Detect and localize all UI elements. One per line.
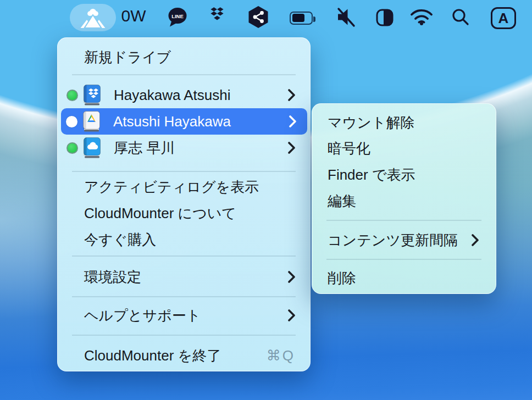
menu-item-activity-log[interactable]: アクティビティログを表示 — [62, 174, 306, 200]
cloudmounter-icon — [80, 7, 106, 28]
submenu-item-content-refresh-interval[interactable]: コンテンツ更新間隔 — [316, 227, 492, 253]
submenu-item-label: コンテンツ更新間隔 — [328, 231, 458, 250]
unmounted-indicator — [66, 116, 77, 127]
menu-item-drive-onedrive[interactable]: 厚志 早川 — [62, 135, 306, 161]
chevron-right-icon — [288, 271, 295, 283]
chevron-right-icon — [472, 234, 479, 246]
line-icon: LINE — [167, 6, 189, 28]
mounted-indicator — [66, 142, 78, 154]
menu-item-quit[interactable]: CloudMounter を終了 ⌘Q — [62, 342, 306, 369]
chevron-right-icon — [288, 89, 295, 101]
spotlight-menubar-button[interactable] — [451, 7, 470, 27]
keyboard-shortcut: ⌘Q — [267, 347, 295, 364]
submenu-item-encrypt[interactable]: 暗号化 — [316, 135, 492, 162]
menu-item-new-drive[interactable]: 新規ドライブ — [62, 44, 306, 70]
menu-item-preferences[interactable]: 環境設定 — [62, 264, 306, 290]
separator — [72, 296, 296, 297]
drive-submenu: マウント解除 暗号化 Finder で表示 編集 コンテンツ更新間隔 削除 — [312, 103, 496, 294]
mounted-indicator — [66, 90, 78, 101]
volume-muted-icon — [335, 5, 358, 29]
menu-item-label: CloudMounter について — [84, 204, 236, 223]
separator — [72, 255, 296, 257]
menu-item-help-support[interactable]: ヘルプとサポート — [62, 302, 306, 329]
hexagon-share-icon — [247, 5, 269, 29]
separator — [72, 74, 296, 75]
menu-bar: 0W LINE — [0, 0, 532, 32]
wifi-menubar-button[interactable] — [409, 7, 434, 26]
sound-menubar-button[interactable] — [335, 5, 358, 29]
cloudmounter-menubar-button[interactable] — [70, 4, 116, 31]
submenu-item-label: Finder で表示 — [328, 165, 415, 185]
submenu-item-delete[interactable]: 削除 — [316, 265, 492, 291]
input-source-menubar-button[interactable]: A — [491, 7, 516, 29]
power-watts-status[interactable]: 0W — [117, 0, 150, 32]
dropbox-menubar-button[interactable] — [204, 7, 230, 25]
wifi-icon — [409, 7, 434, 26]
submenu-item-label: 編集 — [328, 192, 356, 211]
line-menubar-button[interactable]: LINE — [167, 6, 189, 28]
menu-item-drive-dropbox[interactable]: Hayakawa Atsushi — [62, 82, 306, 108]
onedrive-drive-icon — [83, 137, 101, 158]
menu-item-label: アクティビティログを表示 — [84, 177, 259, 197]
submenu-item-edit[interactable]: 編集 — [316, 188, 492, 214]
separator — [72, 171, 296, 172]
cloudmounter-menu: 新規ドライブ Hayakawa Atsushi — [57, 37, 311, 371]
drive-name: 厚志 早川 — [114, 138, 175, 158]
menu-item-about[interactable]: CloudMounter について — [62, 200, 306, 226]
menu-item-label: 今すぐ購入 — [84, 230, 156, 249]
menu-item-drive-google-drive[interactable]: Atsushi Hayakawa — [61, 108, 307, 135]
submenu-item-unmount[interactable]: マウント解除 — [316, 109, 492, 136]
submenu-item-show-in-finder[interactable]: Finder で表示 — [316, 162, 492, 188]
input-source-label: A — [498, 10, 509, 27]
chevron-right-icon — [289, 115, 296, 127]
chevron-right-icon — [288, 142, 295, 154]
google-drive-drive-icon — [82, 111, 101, 132]
separator — [72, 335, 296, 336]
drive-name: Hayakawa Atsushi — [114, 87, 230, 104]
drive-name: Atsushi Hayakawa — [113, 113, 231, 130]
display-menubar-button[interactable] — [376, 9, 394, 26]
submenu-item-label: 削除 — [328, 269, 356, 288]
search-icon — [451, 7, 470, 27]
menu-item-label: 新規ドライブ — [84, 48, 171, 67]
dropbox-drive-icon — [83, 85, 101, 105]
power-watts-label: 0W — [121, 7, 146, 25]
battery-menubar-button[interactable] — [287, 11, 315, 25]
display-contrast-icon — [376, 9, 394, 26]
menu-item-buy-now[interactable]: 今すぐ購入 — [62, 226, 306, 253]
separator — [326, 220, 481, 221]
menu-item-label: CloudMounter を終了 — [84, 346, 221, 365]
separator — [326, 259, 481, 260]
line-label: LINE — [171, 13, 184, 19]
submenu-item-label: 暗号化 — [328, 139, 370, 158]
share-app-menubar-button[interactable] — [247, 5, 269, 29]
battery-level — [292, 14, 304, 22]
dropbox-icon — [204, 7, 230, 25]
menu-item-label: ヘルプとサポート — [84, 306, 201, 325]
battery-icon — [290, 12, 313, 25]
submenu-item-label: マウント解除 — [328, 113, 414, 132]
chevron-right-icon — [288, 309, 295, 321]
menu-item-label: 環境設定 — [84, 268, 141, 287]
